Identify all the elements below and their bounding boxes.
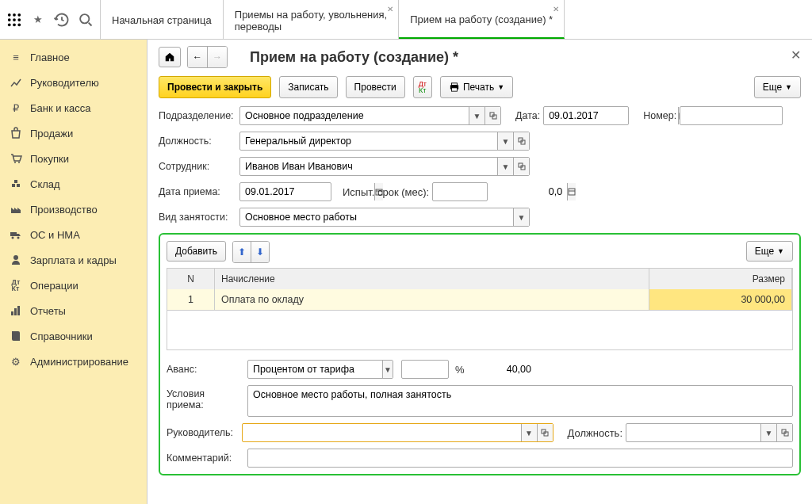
sidebar-item-warehouse[interactable]: Склад: [0, 171, 147, 197]
conditions-label: Условия приема:: [167, 385, 244, 410]
svg-point-12: [18, 162, 20, 163]
svg-point-17: [12, 237, 14, 239]
open-button[interactable]: [513, 132, 529, 150]
save-button[interactable]: Записать: [279, 76, 337, 98]
sidebar-item-operations[interactable]: ДтКтОперации: [0, 273, 147, 298]
person-icon: [10, 254, 22, 266]
position-label: Должность:: [159, 136, 236, 147]
history-icon[interactable]: [54, 12, 70, 28]
book-icon: [10, 330, 22, 342]
sidebar-item-assets[interactable]: ОС и НМА: [0, 222, 147, 247]
close-icon[interactable]: ✕: [387, 5, 393, 13]
sidebar-item-production[interactable]: Производство: [0, 197, 147, 222]
dropdown-button[interactable]: ▼: [513, 208, 529, 226]
number-label: Номер:: [643, 110, 676, 121]
gear-icon: ⚙: [10, 355, 22, 368]
more-button[interactable]: Еще ▼: [754, 76, 801, 98]
menu-icon: ≡: [10, 51, 22, 63]
svg-rect-22: [17, 306, 20, 315]
truck-icon: [10, 228, 22, 241]
svg-point-3: [8, 18, 11, 21]
svg-rect-15: [14, 180, 17, 183]
advance-value-input[interactable]: [402, 361, 536, 378]
position-input[interactable]: [240, 132, 497, 150]
tab-hire-create[interactable]: Прием на работу (создание) * ✕: [399, 0, 565, 39]
close-button[interactable]: ✕: [791, 48, 801, 63]
conditions-input[interactable]: Основное место работы, полная занятость: [247, 385, 793, 417]
dtkt-icon: ДтКт: [10, 279, 22, 292]
number-input[interactable]: [680, 107, 812, 124]
bag-icon: [10, 127, 22, 139]
employee-input[interactable]: [240, 158, 497, 175]
table-row[interactable]: 1 Оплата по окладу 30 000,00: [167, 289, 792, 310]
post-close-button[interactable]: Провести и закрыть: [159, 76, 271, 98]
svg-rect-14: [17, 184, 20, 187]
back-button[interactable]: ←: [188, 47, 208, 67]
table-more-button[interactable]: Еще ▼: [746, 241, 793, 262]
dtkt-button[interactable]: ДтКт: [413, 76, 432, 98]
accruals-table: N Начисление Размер 1 Оплата по окладу 3…: [167, 268, 793, 350]
employment-input[interactable]: [240, 208, 513, 226]
mgr-position-input[interactable]: [626, 424, 760, 441]
dropdown-button[interactable]: ▼: [382, 361, 393, 378]
division-input[interactable]: [240, 107, 469, 124]
dropdown-button[interactable]: ▼: [760, 424, 776, 441]
sidebar-item-main[interactable]: ≡Главное: [0, 44, 147, 70]
close-icon[interactable]: ✕: [553, 5, 559, 13]
factory-icon: [10, 203, 22, 216]
dropdown-button[interactable]: ▼: [469, 107, 485, 124]
print-button[interactable]: Печать ▼: [440, 76, 513, 98]
svg-point-8: [17, 23, 21, 26]
mgr-position-label: Должность:: [568, 427, 622, 439]
dropdown-button[interactable]: ▼: [497, 158, 513, 175]
sidebar-item-hr[interactable]: Зарплата и кадры: [0, 247, 147, 273]
open-button[interactable]: [537, 424, 553, 441]
svg-point-9: [80, 14, 89, 23]
move-down-button[interactable]: ⬇: [251, 242, 269, 262]
svg-point-11: [14, 162, 16, 163]
page-title: Прием на работу (создание) *: [250, 49, 458, 66]
add-button[interactable]: Добавить: [167, 241, 226, 262]
division-label: Подразделение:: [159, 110, 236, 121]
search-icon[interactable]: [78, 12, 94, 28]
percent-label: %: [455, 364, 465, 376]
dropdown-button[interactable]: ▼: [497, 132, 513, 150]
manager-input[interactable]: [243, 424, 520, 441]
advance-label: Аванс:: [167, 364, 244, 375]
sidebar-item-purchases[interactable]: Покупки: [0, 146, 147, 171]
sidebar-item-manager[interactable]: Руководителю: [0, 70, 147, 95]
move-up-button[interactable]: ⬆: [233, 242, 251, 262]
cart-icon: [10, 152, 22, 165]
tab-start[interactable]: Начальная страница: [101, 0, 224, 39]
highlight-section: Добавить ⬆ ⬇ Еще ▼ N Начисление Размер 1…: [159, 233, 801, 475]
svg-point-19: [13, 255, 18, 260]
sidebar-item-refs[interactable]: Справочники: [0, 323, 147, 349]
home-button[interactable]: [159, 47, 181, 67]
svg-rect-13: [12, 184, 15, 187]
employment-label: Вид занятости:: [159, 212, 236, 223]
boxes-icon: [10, 178, 22, 190]
open-button[interactable]: [485, 107, 500, 124]
probation-input[interactable]: [433, 183, 567, 200]
comment-input[interactable]: [248, 449, 792, 467]
advance-type-input[interactable]: [248, 361, 382, 378]
forward-button[interactable]: →: [208, 47, 227, 67]
calc-button[interactable]: [567, 183, 576, 200]
svg-point-4: [13, 18, 16, 21]
sidebar-item-admin[interactable]: ⚙Администрирование: [0, 349, 147, 374]
svg-point-7: [13, 23, 16, 26]
dropdown-button[interactable]: ▼: [521, 424, 537, 441]
sidebar-item-bank[interactable]: ₽Банк и касса: [0, 95, 147, 120]
comment-label: Комментарий:: [167, 452, 244, 464]
ruble-icon: ₽: [10, 101, 22, 114]
svg-rect-25: [451, 88, 457, 91]
tab-hires[interactable]: Приемы на работу, увольнения, переводы ✕: [224, 0, 399, 39]
sidebar-item-sales[interactable]: Продажи: [0, 120, 147, 146]
star-icon[interactable]: ★: [30, 12, 46, 28]
sidebar: ≡Главное Руководителю ₽Банк и касса Прод…: [0, 40, 147, 504]
post-button[interactable]: Провести: [346, 76, 405, 98]
open-button[interactable]: [513, 158, 529, 175]
open-button[interactable]: [776, 424, 792, 441]
sidebar-item-reports[interactable]: Отчеты: [0, 298, 147, 323]
apps-icon[interactable]: [6, 12, 22, 28]
